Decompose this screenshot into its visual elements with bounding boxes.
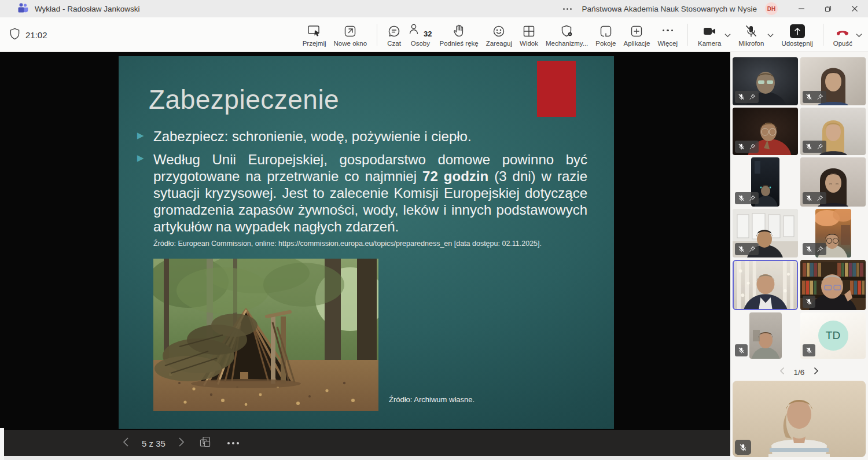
participant-tile[interactable]: [800, 157, 866, 207]
presenter-more-button[interactable]: [227, 442, 239, 444]
pin-icon: [816, 143, 823, 150]
leave-options-chevron[interactable]: [856, 30, 862, 40]
presenter-controls: 5 z 35: [0, 430, 730, 457]
next-page-chevron[interactable]: [814, 367, 819, 377]
window-left-edge: [0, 428, 4, 460]
camera-button[interactable]: Kamera: [698, 23, 721, 47]
people-count: 32: [424, 30, 432, 38]
mic-muted-icon: [744, 23, 758, 38]
chat-button[interactable]: Czat: [387, 23, 401, 47]
slide-bullet-2: ▶ Według Unii Europejskiej, gospodarstwo…: [137, 151, 587, 235]
more-icon: [663, 23, 674, 38]
participant-tile[interactable]: [733, 157, 798, 207]
microphone-button[interactable]: Mikrofon: [738, 23, 764, 47]
participant-tile[interactable]: [733, 209, 798, 257]
presentation-slide: Zabezpieczenie ▶ Zabezpiecz: schronienie…: [119, 56, 614, 429]
shelter-photo: [153, 259, 378, 411]
tile-status-chip: [803, 243, 826, 255]
participant-tile[interactable]: [800, 108, 866, 155]
minimize-button[interactable]: [788, 0, 815, 17]
grid-view-icon: [522, 23, 536, 38]
titlebar-more-icon[interactable]: [555, 8, 580, 10]
participant-tile-avatar[interactable]: TD: [800, 312, 866, 359]
org-name[interactable]: Państwowa Akademia Nauk Stosowanych w Ny…: [582, 5, 757, 13]
next-slide-button[interactable]: [178, 437, 185, 450]
participant-tile[interactable]: [800, 209, 866, 257]
mic-muted-icon: [806, 298, 812, 306]
mic-muted-icon: [739, 443, 747, 452]
people-button[interactable]: 32 Osoby: [409, 23, 432, 47]
slide-title: Zabezpieczenie: [149, 84, 339, 115]
mic-muted-icon: [806, 347, 812, 354]
close-button[interactable]: [841, 0, 868, 17]
window-bottom-edge: [0, 456, 730, 460]
people-icon: [409, 22, 421, 38]
shared-content-stage: Zabezpieczenie ▶ Zabezpiecz: schronienie…: [0, 52, 730, 460]
camera-on-icon: [702, 23, 717, 38]
restore-button[interactable]: [815, 0, 841, 17]
photo-caption: Źródło: Archiwum własne.: [389, 395, 475, 404]
react-button[interactable]: Zareaguj: [486, 23, 512, 47]
teams-logo-icon: [17, 2, 29, 16]
pin-icon: [816, 245, 823, 253]
avatar-initials: TD: [818, 321, 848, 351]
mic-muted-icon: [738, 93, 745, 101]
tile-status-chip: [803, 91, 826, 103]
share-active-icon: [790, 23, 805, 38]
teams-meeting-window: Wykład - Radosław Jankowski Państwowa Ak…: [0, 0, 868, 460]
slide-source-citation: Źródło: European Commission, online: htt…: [153, 240, 542, 248]
tile-status-chip: [735, 344, 748, 356]
slide-sorter-button[interactable]: [200, 436, 212, 450]
new-window-icon: [343, 23, 357, 38]
camera-options-chevron[interactable]: [724, 30, 731, 40]
take-control-icon: [307, 23, 322, 38]
participant-tile[interactable]: [733, 312, 798, 359]
apps-plus-icon: [630, 23, 643, 38]
mic-muted-icon: [738, 194, 745, 202]
bullet-arrow-icon: ▶: [137, 130, 144, 141]
rooms-icon: [599, 23, 613, 38]
separator: [687, 24, 688, 46]
slide-accent-rectangle: [537, 61, 576, 117]
shield-icon: [9, 28, 20, 42]
portrait-video: [749, 312, 782, 359]
bullet-arrow-icon: ▶: [137, 153, 144, 163]
mic-muted-icon: [806, 93, 812, 101]
tile-status-chip: [803, 296, 815, 308]
more-button[interactable]: Więcej: [658, 23, 678, 47]
raise-hand-icon: [453, 23, 465, 38]
titlebar: Wykład - Radosław Jankowski Państwowa Ak…: [0, 0, 868, 17]
pin-icon: [749, 194, 756, 202]
mechanisms-button[interactable]: Mechanizmy...: [546, 23, 588, 47]
share-button[interactable]: Udostępnij: [781, 23, 812, 47]
window-title: Wykład - Radosław Jankowski: [35, 5, 139, 13]
mic-options-chevron[interactable]: [767, 30, 774, 40]
participant-tile-active-speaker[interactable]: [733, 260, 798, 310]
view-button[interactable]: Widok: [520, 23, 538, 47]
take-control-button[interactable]: Przejmij: [303, 23, 326, 47]
timer-value: 21:02: [25, 30, 47, 40]
separator: [823, 24, 823, 46]
mic-muted-icon: [806, 245, 812, 253]
participant-tile-large[interactable]: [733, 381, 866, 457]
apps-button[interactable]: Aplikacje: [623, 23, 650, 47]
raise-hand-button[interactable]: Podnieś rękę: [440, 23, 479, 47]
participant-tile[interactable]: [800, 57, 866, 105]
smiley-icon: [492, 23, 506, 38]
participants-pagination: 1/6: [730, 365, 868, 379]
leave-button[interactable]: Opuść: [833, 23, 852, 47]
participant-tile[interactable]: [733, 57, 798, 105]
new-window-button[interactable]: Nowe okno: [334, 23, 367, 47]
tile-status-chip: [803, 141, 826, 153]
pagination-label: 1/6: [794, 368, 805, 377]
participant-tile[interactable]: [733, 108, 798, 155]
tile-status-chip: [803, 344, 815, 356]
participant-tile[interactable]: [800, 260, 866, 310]
profile-avatar[interactable]: DH: [765, 2, 778, 15]
previous-page-chevron[interactable]: [779, 367, 785, 377]
previous-slide-button[interactable]: [123, 437, 129, 450]
rooms-button[interactable]: Pokoje: [595, 23, 616, 47]
mic-muted-icon: [738, 347, 745, 354]
tile-status-chip: [735, 141, 759, 153]
meeting-toolbar: 21:02 Przejmij Nowe okno Czat: [0, 17, 868, 52]
